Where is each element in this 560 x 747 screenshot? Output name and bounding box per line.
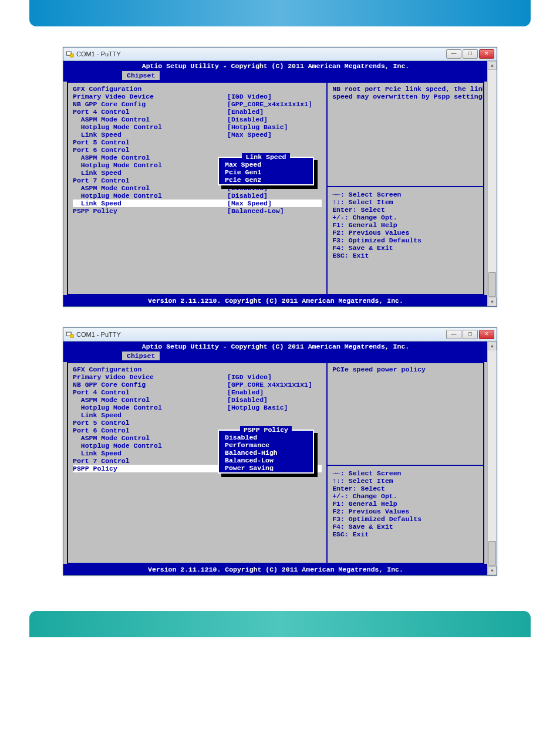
bios-setting-row[interactable]: Primary Video Device[IGD Video] <box>73 93 322 100</box>
bios-setting-value[interactable]: [Disabled] <box>227 192 322 200</box>
bios-setting-label: Port 4 Control <box>73 388 227 396</box>
popup-option[interactable]: Max Speed <box>219 161 313 168</box>
bios-screenshot-2: COM1 - PuTTY — □ ✕ Aptio Setup Utility -… <box>63 327 497 576</box>
close-button[interactable]: ✕ <box>479 49 494 59</box>
bios-header: Aptio Setup Utility - Copyright (C) 2011… <box>63 61 488 71</box>
terminal-area[interactable]: Aptio Setup Utility - Copyright (C) 2011… <box>63 342 497 575</box>
bios-setting-row[interactable]: ASPM Mode Control[Disabled] <box>73 116 322 123</box>
popup-pspp-policy[interactable]: PSPP Policy DisabledPerformanceBalanced-… <box>218 430 314 474</box>
bios-setting-value[interactable]: [GPP_CORE_x4x1x1x1x1] <box>227 100 322 108</box>
bios-keyhint: Enter: Select <box>332 485 484 492</box>
bios-screenshot-1: COM1 - PuTTY — □ ✕ Aptio Setup Utility -… <box>63 47 497 307</box>
bios-setting-label: Link Speed <box>73 169 227 177</box>
close-button[interactable]: ✕ <box>479 330 494 339</box>
popup-option[interactable]: Performance <box>219 441 313 449</box>
bios-setting-label: Port 4 Control <box>73 108 227 116</box>
popup-option[interactable]: Power Saving <box>219 464 313 472</box>
popup-option[interactable]: Balanced-High <box>219 449 313 457</box>
maximize-button[interactable]: □ <box>463 330 478 339</box>
bios-setting-row[interactable]: Link Speed[Max Speed] <box>73 131 322 138</box>
window-titlebar[interactable]: COM1 - PuTTY — □ ✕ <box>63 48 497 61</box>
page-top-banner <box>29 0 531 26</box>
bios-setting-value <box>227 85 322 93</box>
bios-tab-chipset[interactable]: Chipset <box>122 71 160 80</box>
terminal-area[interactable]: Aptio Setup Utility - Copyright (C) 2011… <box>63 61 497 306</box>
bios-setting-row[interactable]: Link Speed[Max Speed] <box>73 200 322 207</box>
terminal-scrollbar[interactable] <box>487 342 497 575</box>
bios-setting-label: GFX Configuration <box>73 366 227 373</box>
bios-keyhint: →←: Select Screen <box>332 469 484 477</box>
popup-option[interactable]: Balanced-Low <box>219 457 313 464</box>
bios-setting-value[interactable]: [IGD Video] <box>227 373 322 381</box>
popup-option[interactable]: Pcie Gen1 <box>219 168 313 176</box>
popup-option[interactable]: Disabled <box>219 434 313 441</box>
bios-setting-value[interactable]: [Max Speed] <box>227 131 322 138</box>
bios-setting-row[interactable]: Hotplug Mode Control[Hotplug Basic] <box>73 404 322 411</box>
popup-title: PSPP Policy <box>219 426 313 434</box>
bios-setting-value[interactable]: [Enabled] <box>227 388 322 396</box>
bios-setting-label: ASPM Mode Control <box>73 154 227 161</box>
bios-setting-label: NB GPP Core Config <box>73 100 227 108</box>
bios-setting-value <box>227 366 322 373</box>
bios-keyhint: F3: Optimized Defaults <box>332 515 484 523</box>
bios-setting-row[interactable]: PSPP Policy[Balanced-Low] <box>73 207 322 215</box>
terminal-scrollbar[interactable] <box>487 61 497 306</box>
bios-setting-value[interactable]: [Hotplug Basic] <box>227 404 322 411</box>
window-title: COM1 - PuTTY <box>76 50 121 58</box>
bios-right-pane: NB root port Pcie link speed, the link s… <box>326 83 484 294</box>
bios-setting-label: Hotplug Mode Control <box>73 192 227 200</box>
bios-tab-chipset[interactable]: Chipset <box>122 351 160 360</box>
bios-setting-row[interactable]: Port 4 Control[Enabled] <box>73 108 322 116</box>
bios-setting-row[interactable]: NB GPP Core Config[GPP_CORE_x4x1x1x1x1] <box>73 381 322 388</box>
bios-setting-value[interactable]: [GPP_CORE_x4x1x1x1x1] <box>227 381 322 388</box>
bios-setting-label: Link Speed <box>73 131 227 138</box>
bios-body: GFX ConfigurationPrimary Video Device[IG… <box>67 82 484 295</box>
bios-setting-label: Port 5 Control <box>73 419 227 427</box>
bios-setting-row[interactable]: NB GPP Core Config[GPP_CORE_x4x1x1x1x1] <box>73 100 322 108</box>
bios-tab-row: Chipset <box>63 71 488 82</box>
bios-setting-value[interactable]: [Enabled] <box>227 108 322 116</box>
maximize-button[interactable]: □ <box>463 49 478 59</box>
hint-divider <box>328 465 484 466</box>
bios-setting-value[interactable]: [Hotplug Basic] <box>227 123 322 131</box>
bios-setting-row[interactable]: Hotplug Mode Control[Hotplug Basic] <box>73 123 322 131</box>
svg-rect-5 <box>70 334 73 337</box>
putty-icon <box>66 50 74 58</box>
bios-keyhint: F2: Previous Values <box>332 508 484 515</box>
bios-setting-label: ASPM Mode Control <box>73 434 227 442</box>
bios-keyhint: F4: Save & Exit <box>332 244 484 252</box>
bios-setting-label: Port 6 Control <box>73 427 227 434</box>
bios-setting-row[interactable]: Hotplug Mode Control[Disabled] <box>73 192 322 200</box>
bios-setting-label: Hotplug Mode Control <box>73 123 227 131</box>
bios-setting-row: Link Speed <box>73 411 322 419</box>
bios-setting-row[interactable]: Port 4 Control[Enabled] <box>73 388 322 396</box>
bios-keyhint: F3: Optimized Defaults <box>332 236 484 244</box>
bios-setting-row[interactable]: Primary Video Device[IGD Video] <box>73 373 322 381</box>
bios-setting-row[interactable]: ASPM Mode Control[Disabled] <box>73 396 322 404</box>
bios-setting-value[interactable]: [Disabled] <box>227 396 322 404</box>
bios-setting-row: GFX Configuration <box>73 366 322 373</box>
popup-link-speed[interactable]: Link Speed Max SpeedPcie Gen1Pcie Gen2 <box>218 157 314 185</box>
putty-icon <box>66 330 74 339</box>
minimize-button[interactable]: — <box>446 49 461 59</box>
bios-body: GFX ConfigurationPrimary Video Device[IG… <box>67 362 484 564</box>
bios-setting-label: PSPP Policy <box>73 207 227 215</box>
bios-setting-label: Link Speed <box>73 449 227 457</box>
bios-setting-label: ASPM Mode Control <box>73 184 227 192</box>
bios-setting-value[interactable]: [Max Speed] <box>227 200 322 207</box>
bios-left-pane[interactable]: GFX ConfigurationPrimary Video Device[IG… <box>68 363 326 563</box>
bios-setting-value[interactable]: [Balanced-Low] <box>227 207 322 215</box>
bios-help-text: PCIe speed power policy <box>332 366 484 373</box>
page-bottom-banner <box>29 611 531 637</box>
bios-setting-value[interactable]: [IGD Video] <box>227 93 322 100</box>
bios-keyhint: →←: Select Screen <box>332 191 484 198</box>
bios-left-pane[interactable]: GFX ConfigurationPrimary Video Device[IG… <box>68 83 326 294</box>
bios-keyhint: Enter: Select <box>332 206 484 214</box>
minimize-button[interactable]: — <box>446 330 461 339</box>
bios-tab-row: Chipset <box>63 351 488 362</box>
window-titlebar[interactable]: COM1 - PuTTY — □ ✕ <box>63 328 497 342</box>
bios-setting-label: Hotplug Mode Control <box>73 161 227 169</box>
bios-right-pane: PCIe speed power policy →←: Select Scree… <box>326 363 484 563</box>
bios-setting-value[interactable]: [Disabled] <box>227 116 322 123</box>
popup-option[interactable]: Pcie Gen2 <box>219 176 313 184</box>
